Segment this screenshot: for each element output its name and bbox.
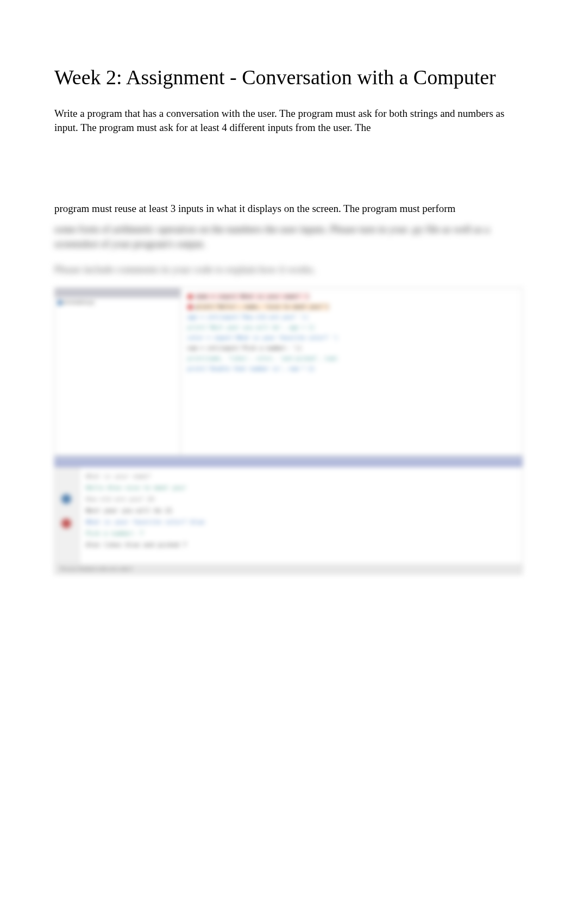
console-line: What is your favorite color? blue: [86, 517, 516, 528]
breakpoint-icon: [187, 294, 193, 299]
code-line: color = input('What is your favorite col…: [187, 333, 516, 343]
console-line: How old are you? 20: [86, 494, 516, 505]
stop-icon: [61, 519, 71, 528]
blurred-paragraph-2: Please include comments in your code to …: [54, 263, 523, 277]
console-line: What is your name?: [86, 471, 516, 483]
file-label: conversation.py: [60, 299, 95, 305]
console-line: Next year you will be 21: [86, 505, 516, 517]
ide-screenshot: conversation.py name = input('What is yo…: [54, 288, 523, 565]
console-line: Alex likes blue and picked 7: [86, 540, 516, 551]
code-line: age = int(input('How old are you? ')): [187, 312, 516, 322]
content-gap: [54, 142, 523, 202]
code-line: print('Next year you will be', age + 1): [187, 322, 516, 333]
intro-paragraph-1: Write a program that has a conversation …: [54, 107, 523, 135]
code-line: print('Hello', name, 'nice to meet you!'…: [187, 302, 516, 312]
code-line: print('Double that number is', num * 2): [187, 364, 516, 374]
ide-project-panel: conversation.py: [55, 288, 181, 455]
blurred-paragraph-1: some form of arithmetic operation on the…: [54, 222, 523, 251]
console-gutter: [55, 467, 79, 564]
ide-editor-area: conversation.py name = input('What is yo…: [54, 288, 523, 456]
ide-console-panel: What is your name? Hello Alex nice to me…: [54, 467, 523, 565]
run-icon: [61, 494, 71, 504]
page-title: Week 2: Assignment - Conversation with a…: [54, 65, 523, 90]
ide-divider-bar: [54, 456, 523, 467]
code-line: num = int(input('Pick a number: ')): [187, 343, 516, 353]
ide-status-bar: Process finished with exit code 0: [54, 565, 523, 575]
code-line: print(name, 'likes', color, 'and picked'…: [187, 353, 516, 364]
ide-code-editor: name = input('What is your name? ') prin…: [181, 288, 522, 455]
project-file-item: conversation.py: [55, 298, 180, 306]
console-line: Hello Alex nice to meet you!: [86, 483, 516, 494]
intro-paragraph-2: program must reuse at least 3 inputs in …: [54, 202, 523, 216]
console-line: Pick a number: 7: [86, 528, 516, 540]
console-output: What is your name? Hello Alex nice to me…: [79, 467, 522, 564]
code-line: name = input('What is your name? '): [187, 291, 516, 302]
ide-left-header: [55, 288, 180, 298]
breakpoint-icon: [187, 304, 193, 310]
